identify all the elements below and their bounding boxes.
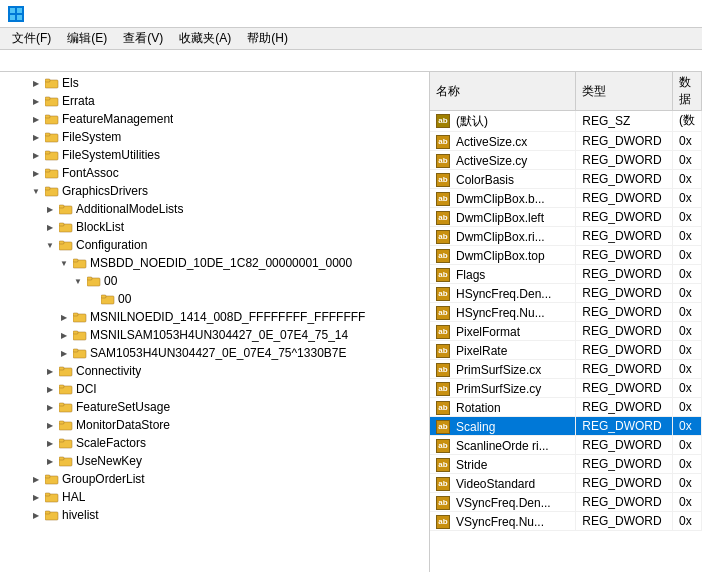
menu-item[interactable]: 查看(V)	[115, 28, 171, 49]
table-row[interactable]: abColorBasisREG_DWORD0x	[430, 169, 702, 188]
tree-toggle[interactable]	[28, 507, 44, 523]
tree-item[interactable]: GroupOrderList	[0, 470, 429, 488]
table-row[interactable]: abVSyncFreq.Den...REG_DWORD0x	[430, 492, 702, 511]
tree-toggle[interactable]	[42, 435, 58, 451]
tree-toggle[interactable]	[42, 363, 58, 379]
tree-toggle[interactable]	[56, 345, 72, 361]
table-row[interactable]: abPixelRateREG_DWORD0x	[430, 340, 702, 359]
table-row[interactable]: abActiveSize.cxREG_DWORD0x	[430, 131, 702, 150]
svg-rect-39	[59, 385, 64, 388]
table-row[interactable]: ab(默认)REG_SZ(数	[430, 111, 702, 132]
folder-icon	[44, 130, 60, 144]
tree-item[interactable]: MSNILSAM1053H4UN304427_0E_07E4_75_14	[0, 326, 429, 344]
tree-item[interactable]: GraphicsDrivers	[0, 182, 429, 200]
reg-entry-icon: ab	[436, 268, 450, 282]
reg-entry-icon: ab	[436, 173, 450, 187]
tree-item[interactable]: FeatureManagement	[0, 110, 429, 128]
tree-toggle[interactable]	[28, 147, 44, 163]
table-row[interactable]: abVSyncFreq.Nu...REG_DWORD0x	[430, 511, 702, 530]
tree-toggle[interactable]	[42, 237, 58, 253]
tree-toggle[interactable]	[28, 93, 44, 109]
tree-item[interactable]: FileSystem	[0, 128, 429, 146]
address-bar	[0, 50, 702, 72]
reg-name: abPrimSurfSize.cy	[430, 378, 576, 397]
reg-name-text: ActiveSize.cy	[456, 154, 527, 168]
tree-toggle[interactable]	[56, 255, 72, 271]
tree-toggle[interactable]	[28, 471, 44, 487]
tree-item[interactable]: Errata	[0, 92, 429, 110]
tree-toggle[interactable]	[42, 201, 58, 217]
tree-item[interactable]: BlockList	[0, 218, 429, 236]
table-row[interactable]: abFlagsREG_DWORD0x	[430, 264, 702, 283]
tree-item[interactable]: AdditionalModeLists	[0, 200, 429, 218]
tree-toggle[interactable]	[28, 111, 44, 127]
menu-item[interactable]: 收藏夹(A)	[171, 28, 239, 49]
tree-toggle[interactable]	[28, 183, 44, 199]
menu-item[interactable]: 编辑(E)	[59, 28, 115, 49]
reg-name-text: PrimSurfSize.cy	[456, 382, 541, 396]
tree-toggle[interactable]	[42, 219, 58, 235]
tree-item-label: DCI	[76, 382, 97, 396]
table-row[interactable]: abDwmClipBox.leftREG_DWORD0x	[430, 207, 702, 226]
table-row[interactable]: abDwmClipBox.ri...REG_DWORD0x	[430, 226, 702, 245]
table-row[interactable]: abPixelFormatREG_DWORD0x	[430, 321, 702, 340]
tree-toggle[interactable]	[42, 399, 58, 415]
tree-item[interactable]: SAM1053H4UN304427_0E_07E4_75^1330B7E	[0, 344, 429, 362]
tree-toggle[interactable]	[28, 165, 44, 181]
tree-item[interactable]: Configuration	[0, 236, 429, 254]
tree-item[interactable]: FontAssoc	[0, 164, 429, 182]
tree-toggle[interactable]	[42, 417, 58, 433]
table-row[interactable]: abDwmClipBox.topREG_DWORD0x	[430, 245, 702, 264]
table-row[interactable]: abVideoStandardREG_DWORD0x	[430, 473, 702, 492]
tree-item[interactable]: UseNewKey	[0, 452, 429, 470]
table-row[interactable]: abHSyncFreq.Nu...REG_DWORD0x	[430, 302, 702, 321]
reg-name-text: Flags	[456, 268, 485, 282]
table-row[interactable]: abPrimSurfSize.cyREG_DWORD0x	[430, 378, 702, 397]
tree-toggle[interactable]	[70, 273, 86, 289]
table-row[interactable]: abHSyncFreq.Den...REG_DWORD0x	[430, 283, 702, 302]
tree-item[interactable]: FeatureSetUsage	[0, 398, 429, 416]
tree-item[interactable]: 00	[0, 272, 429, 290]
table-row[interactable]: abScanlineOrde ri...REG_DWORD0x	[430, 435, 702, 454]
reg-type: REG_DWORD	[576, 169, 673, 188]
tree-toggle[interactable]	[28, 129, 44, 145]
tree-item[interactable]: FileSystemUtilities	[0, 146, 429, 164]
menu-item[interactable]: 帮助(H)	[239, 28, 296, 49]
reg-name-text: HSyncFreq.Nu...	[456, 306, 545, 320]
reg-name-text: ScanlineOrde ri...	[456, 439, 549, 453]
table-row[interactable]: abDwmClipBox.b...REG_DWORD0x	[430, 188, 702, 207]
folder-icon	[58, 418, 74, 432]
table-row[interactable]: abPrimSurfSize.cxREG_DWORD0x	[430, 359, 702, 378]
reg-entry-icon: ab	[436, 458, 450, 472]
tree-item[interactable]: ScaleFactors	[0, 434, 429, 452]
tree-item[interactable]: hivelist	[0, 506, 429, 524]
tree-item[interactable]: Connectivity	[0, 362, 429, 380]
tree-item[interactable]: 00	[0, 290, 429, 308]
tree-toggle[interactable]	[56, 327, 72, 343]
tree-toggle[interactable]	[28, 75, 44, 91]
folder-icon	[44, 184, 60, 198]
reg-entry-icon: ab	[436, 401, 450, 415]
tree-item[interactable]: MSNILNOEDID_1414_008D_FFFFFFFF_FFFFFFF	[0, 308, 429, 326]
tree-item[interactable]: Els	[0, 74, 429, 92]
tree-toggle[interactable]	[28, 489, 44, 505]
tree-toggle[interactable]	[42, 381, 58, 397]
tree-item[interactable]: DCI	[0, 380, 429, 398]
tree-toggle[interactable]	[42, 453, 58, 469]
tree-pane[interactable]: Els Errata FeatureManagement FileSystem …	[0, 72, 430, 572]
tree-item[interactable]: MSBDD_NOEDID_10DE_1C82_00000001_0000	[0, 254, 429, 272]
reg-type: REG_DWORD	[576, 245, 673, 264]
tree-item[interactable]: HAL	[0, 488, 429, 506]
table-row[interactable]: abRotationREG_DWORD0x	[430, 397, 702, 416]
table-row[interactable]: abActiveSize.cyREG_DWORD0x	[430, 150, 702, 169]
tree-item[interactable]: MonitorDataStore	[0, 416, 429, 434]
tree-toggle[interactable]	[84, 291, 100, 307]
menu-item[interactable]: 文件(F)	[4, 28, 59, 49]
svg-rect-25	[73, 259, 78, 262]
tree-toggle[interactable]	[56, 309, 72, 325]
reg-name-text: (默认)	[456, 113, 488, 130]
tree-item-label: Configuration	[76, 238, 147, 252]
table-row[interactable]: abScalingREG_DWORD0x	[430, 416, 702, 435]
reg-type: REG_DWORD	[576, 207, 673, 226]
table-row[interactable]: abStrideREG_DWORD0x	[430, 454, 702, 473]
